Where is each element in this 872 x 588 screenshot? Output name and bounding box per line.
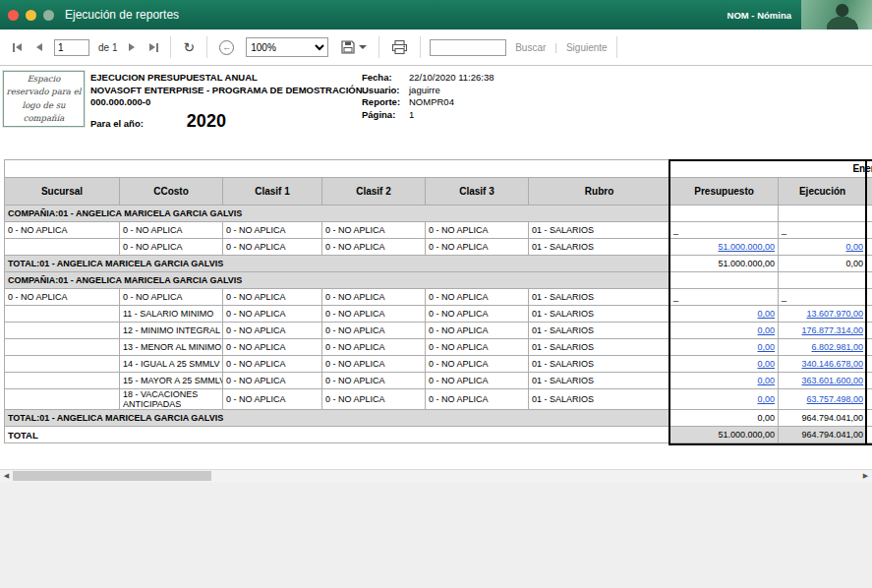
drilldown-link[interactable]: 0,00 xyxy=(758,309,776,319)
close-window-button[interactable] xyxy=(8,10,19,21)
group-label: COMPAÑIA:01 - ANGELICA MARICELA GARCIA G… xyxy=(5,272,670,289)
extra-cell xyxy=(867,272,872,289)
amount-cell: 6.802.981,00 xyxy=(779,339,867,356)
drilldown-link[interactable]: 363.601.600,00 xyxy=(802,376,864,385)
toolbar-separator xyxy=(616,36,617,58)
month-block-border-left xyxy=(669,159,670,445)
chevron-down-icon xyxy=(359,45,367,49)
drilldown-link[interactable]: 340.146.678,00 xyxy=(802,359,864,369)
previous-page-icon xyxy=(36,43,42,51)
cell: 0 - NO APLICA xyxy=(223,356,322,373)
cell: 13 - MENOR AL MINIMO xyxy=(120,339,223,356)
find-next-link[interactable]: Siguiente xyxy=(566,42,608,53)
amount-cell xyxy=(779,206,867,222)
zoom-window-button[interactable] xyxy=(43,10,54,21)
drilldown-link[interactable]: 13.607.970,00 xyxy=(807,309,864,319)
last-page-button[interactable] xyxy=(146,41,161,54)
drilldown-link[interactable]: 176.877.314,00 xyxy=(802,325,864,335)
drilldown-link[interactable]: 63.757.498,00 xyxy=(807,394,864,404)
data-row: 0 - NO APLICA0 - NO APLICA0 - NO APLICA0… xyxy=(5,239,872,256)
company-name: NOVASOFT ENTERPRISE - PROGRAMA DE DEMOST… xyxy=(90,85,363,97)
amount-cell: 340.146.678,00 xyxy=(779,356,867,373)
export-save-button[interactable] xyxy=(337,37,370,57)
cell: 01 - SALARIOS xyxy=(529,306,670,323)
cell: 0 - NO APLICA xyxy=(5,222,120,239)
drilldown-link[interactable]: 0,00 xyxy=(758,359,776,369)
amount-cell: 0,00 xyxy=(670,356,779,373)
column-header: Clasif 3 xyxy=(426,178,529,206)
group-header-row: COMPAÑIA:01 - ANGELICA MARICELA GARCIA G… xyxy=(5,206,872,222)
column-header-extra xyxy=(867,178,872,206)
extra-cell xyxy=(867,239,872,256)
first-page-button[interactable] xyxy=(10,41,25,54)
cell: 0 - NO APLICA xyxy=(322,239,426,256)
zoom-select[interactable]: 100% xyxy=(246,37,328,57)
total-row: TOTAL:01 - ANGELICA MARICELA GARCIA GALV… xyxy=(5,256,872,272)
extra-cell xyxy=(867,222,872,239)
data-row: 11 - SALARIO MINIMO0 - NO APLICA0 - NO A… xyxy=(5,306,872,323)
page-number-input[interactable] xyxy=(54,39,89,56)
toolbar-separator xyxy=(206,36,207,58)
drilldown-link[interactable]: 6.802.981,00 xyxy=(812,342,864,352)
back-to-parent-button[interactable]: ← xyxy=(216,38,237,57)
amount-cell xyxy=(670,206,779,222)
data-row: 14 - IGUAL A 25 SMMLV0 - NO APLICA0 - NO… xyxy=(5,356,872,373)
scroll-right-arrow[interactable]: ▶ xyxy=(859,470,872,482)
cell: 0 - NO APLICA xyxy=(223,306,322,323)
report-table-zone: EneroSucursalCCostoClasif 1Clasif 2Clasi… xyxy=(0,159,872,454)
amount-cell xyxy=(779,272,867,289)
month-header-cell: Enero xyxy=(670,160,872,178)
column-header: CCosto xyxy=(120,178,223,206)
data-row: 13 - MENOR AL MINIMO0 - NO APLICA0 - NO … xyxy=(5,339,872,356)
fecha-value: 22/10/2020 11:26:38 xyxy=(409,72,494,85)
extra-cell xyxy=(867,289,872,306)
cell: 01 - SALARIOS xyxy=(529,222,670,239)
report-info-block: Fecha: 22/10/2020 11:26:38 Usuario: jagu… xyxy=(362,72,494,121)
drilldown-link[interactable]: 0,00 xyxy=(758,342,776,352)
drilldown-link[interactable]: 51.000.000,00 xyxy=(719,242,776,252)
cell: 0 - NO APLICA xyxy=(223,323,322,339)
cell: 15 - MAYOR A 25 SMMLV xyxy=(120,373,223,389)
drilldown-link[interactable]: 0,00 xyxy=(846,242,864,252)
back-arrow-icon: ← xyxy=(219,40,234,55)
amount-cell: 0,00 xyxy=(670,339,779,356)
extra-cell xyxy=(867,356,872,373)
grandtotal-label: TOTAL xyxy=(5,427,670,443)
data-row: 0 - NO APLICA0 - NO APLICA0 - NO APLICA0… xyxy=(5,289,872,306)
logo-placeholder-box: Espacio reservado para el logo de su com… xyxy=(3,71,85,127)
drilldown-link[interactable]: 0,00 xyxy=(758,376,776,385)
data-row: 12 - MINIMO INTEGRAL0 - NO APLICA0 - NO … xyxy=(5,323,872,339)
report-table: EneroSucursalCCostoClasif 1Clasif 2Clasi… xyxy=(4,159,872,443)
cell: 14 - IGUAL A 25 SMMLV xyxy=(120,356,223,373)
drilldown-link[interactable]: 0,00 xyxy=(758,394,776,404)
cell: 0 - NO APLICA xyxy=(322,389,426,410)
amount-cell: 0,00 xyxy=(670,306,779,323)
find-link[interactable]: Buscar xyxy=(515,42,546,53)
extra-cell xyxy=(867,410,872,427)
cell: 01 - SALARIOS xyxy=(529,356,670,373)
cell xyxy=(5,389,120,410)
reporte-value: NOMPR04 xyxy=(409,96,454,109)
cell: 0 - NO APLICA xyxy=(223,239,322,256)
cell: 01 - SALARIOS xyxy=(529,389,670,410)
extra-cell xyxy=(867,256,872,272)
drilldown-link[interactable]: 0,00 xyxy=(758,325,776,335)
scroll-left-arrow[interactable]: ◀ xyxy=(0,470,13,482)
cell: 0 - NO APLICA xyxy=(120,222,223,239)
company-nit: 000.000.000-0 xyxy=(90,96,363,109)
cell: 0 - NO APLICA xyxy=(426,389,529,410)
horizontal-scrollbar[interactable]: ◀ ▶ xyxy=(0,469,872,482)
year-label: Para el año: xyxy=(90,118,144,131)
refresh-button[interactable]: ↻ xyxy=(180,38,198,56)
amount-cell: _ xyxy=(779,289,867,306)
previous-page-button[interactable] xyxy=(33,41,45,53)
scrollbar-thumb[interactable] xyxy=(13,471,211,481)
column-header: Clasif 2 xyxy=(322,178,426,206)
next-page-button[interactable] xyxy=(126,41,138,53)
minimize-window-button[interactable] xyxy=(26,10,36,21)
find-next-separator: | xyxy=(554,42,557,53)
usuario-label: Usuario: xyxy=(362,85,409,97)
print-button[interactable] xyxy=(388,37,411,57)
report-title-block: EJECUCION PRESUPUESTAL ANUAL NOVASOFT EN… xyxy=(90,72,363,132)
search-input[interactable] xyxy=(430,39,506,56)
